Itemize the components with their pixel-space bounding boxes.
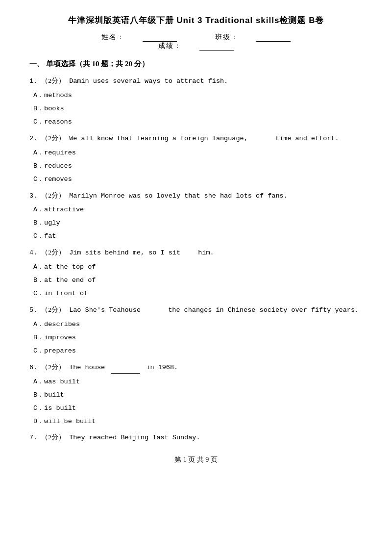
- q6-optionD: D．will be built: [29, 416, 363, 428]
- header-info: 姓名： 班级： 成绩：: [29, 33, 363, 50]
- question-6: 6. （2分） The house in 1968. A．was built B…: [29, 362, 363, 428]
- question-2-text: 2. （2分） We all know that learning a fore…: [29, 133, 363, 145]
- q6-optionC: C．is built: [29, 403, 363, 414]
- q2-optionC: C．removes: [29, 174, 363, 185]
- question-3: 3. （2分） Marilyn Monroe was so lovely tha…: [29, 190, 363, 243]
- q4-optionB: B．at the end of: [29, 275, 363, 286]
- q1-optionC: C．reasons: [29, 117, 363, 128]
- q5-optionB: B．improves: [29, 332, 363, 344]
- q1-optionB: B．books: [29, 103, 363, 115]
- score-label: 成绩：: [149, 42, 243, 50]
- q6-optionA: A．was built: [29, 377, 363, 388]
- question-2: 2. （2分） We all know that learning a fore…: [29, 133, 363, 185]
- question-6-text: 6. （2分） The house in 1968.: [29, 362, 363, 374]
- question-3-text: 3. （2分） Marilyn Monroe was so lovely tha…: [29, 190, 363, 202]
- q3-optionC: C．fat: [29, 231, 363, 242]
- question-5: 5. （2分） Lao She's Teahouse the changes i…: [29, 304, 363, 357]
- q3-optionA: A．attractive: [29, 204, 363, 216]
- page-footer: 第 1 页 共 9 页: [29, 455, 363, 464]
- q3-optionB: B．ugly: [29, 218, 363, 229]
- section1-title: 一、 单项选择（共 10 题；共 20 分）: [29, 59, 363, 69]
- question-4: 4. （2分） Jim sits behind me, so I sit him…: [29, 247, 363, 300]
- page-title: 牛津深圳版英语八年级下册 Unit 3 Traditional skills检测…: [29, 15, 363, 26]
- question-7: 7. （2分） They reached Beijing last Sunday…: [29, 432, 363, 444]
- q2-optionB: B．reduces: [29, 161, 363, 172]
- question-1-text: 1. （2分） Damin uses several ways to attra…: [29, 76, 363, 87]
- name-label: 姓名：: [93, 33, 186, 42]
- question-1: 1. （2分） Damin uses several ways to attra…: [29, 76, 363, 128]
- class-label: 班级：: [206, 33, 299, 42]
- q4-optionC: C．in front of: [29, 288, 363, 300]
- q6-optionB: B．built: [29, 390, 363, 401]
- q5-optionA: A．describes: [29, 319, 363, 330]
- q5-optionC: C．prepares: [29, 346, 363, 357]
- q2-optionA: A．requires: [29, 148, 363, 159]
- question-4-text: 4. （2分） Jim sits behind me, so I sit him…: [29, 247, 363, 259]
- question-5-text: 5. （2分） Lao She's Teahouse the changes i…: [29, 304, 363, 316]
- question-7-text: 7. （2分） They reached Beijing last Sunday…: [29, 432, 363, 444]
- q1-optionA: A．methods: [29, 90, 363, 101]
- q4-optionA: A．at the top of: [29, 262, 363, 273]
